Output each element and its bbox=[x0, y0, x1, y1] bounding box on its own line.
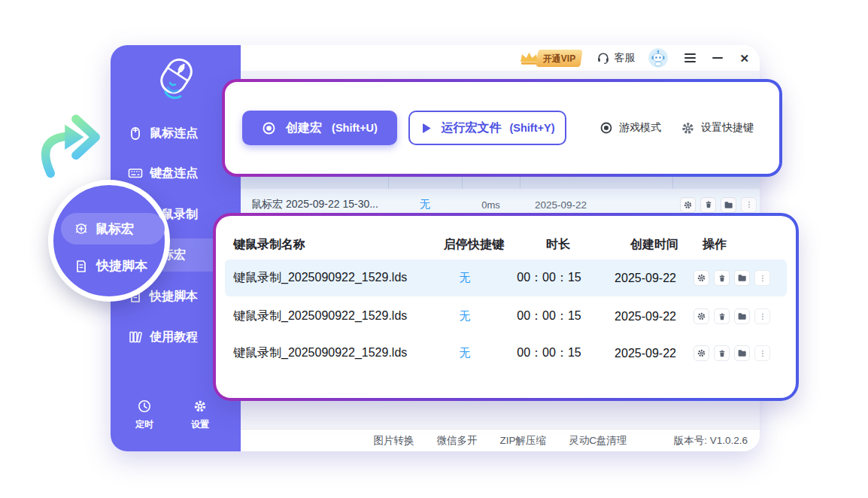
record-dot-icon bbox=[599, 121, 613, 135]
minimize-button[interactable] bbox=[712, 57, 723, 59]
settings-action-button[interactable] bbox=[693, 308, 709, 324]
game-mode-toggle[interactable]: 游戏模式 bbox=[599, 111, 661, 145]
more-action-button[interactable] bbox=[754, 345, 770, 361]
macro-name: 鼠标宏 2025-09-22 15-30... bbox=[251, 198, 378, 211]
create-macro-label: 创建宏 bbox=[286, 120, 322, 136]
sidebar-item-label: 键盘连点 bbox=[150, 165, 198, 181]
table-row[interactable]: 键鼠录制_2025090922_1529.lds 无 00：00：15 2025… bbox=[225, 298, 787, 335]
create-macro-shortcut: (Shift+U) bbox=[332, 122, 378, 134]
clock-icon bbox=[137, 399, 152, 414]
sidebar-settings-label: 设置 bbox=[191, 418, 209, 431]
sidebar-item-label: 快捷脚本 bbox=[150, 289, 198, 305]
callout-arrow-icon bbox=[38, 101, 102, 183]
recording-duration: 00：00：15 bbox=[501, 308, 597, 324]
create-macro-button[interactable]: 创建宏 (Shift+U) bbox=[242, 111, 397, 145]
customer-service-button[interactable]: 客服 bbox=[596, 51, 635, 65]
callout-quick-script-label: 快捷脚本 bbox=[96, 257, 147, 275]
col-duration: 时长 bbox=[510, 237, 606, 253]
mouse-click-icon bbox=[128, 126, 143, 141]
recording-name: 键鼠录制_2025090922_1529.lds bbox=[233, 270, 429, 286]
close-button[interactable]: ✕ bbox=[739, 53, 749, 64]
hamburger-icon bbox=[684, 53, 696, 62]
col-name: 键鼠录制名称 bbox=[233, 237, 438, 253]
settings-action-button[interactable] bbox=[680, 197, 696, 213]
recording-name: 键鼠录制_2025090922_1529.lds bbox=[233, 308, 429, 324]
col-actions: 操作 bbox=[703, 237, 796, 253]
delete-action-button[interactable] bbox=[700, 197, 716, 213]
footer-link-zip[interactable]: ZIP解压缩 bbox=[500, 434, 547, 448]
folder-action-button[interactable] bbox=[734, 270, 750, 286]
magnifier-callout: 鼠标宏 快捷脚本 bbox=[48, 180, 170, 302]
row-actions bbox=[693, 308, 787, 324]
callout-mouse-macro-label: 鼠标宏 bbox=[96, 220, 134, 238]
callout-quick-script-item[interactable]: 快捷脚本 bbox=[74, 257, 147, 275]
footer-link-c-drive-clean[interactable]: 灵动C盘清理 bbox=[569, 434, 627, 448]
headset-icon bbox=[596, 51, 610, 65]
recording-created: 2025-09-22 bbox=[597, 272, 693, 285]
delete-action-button[interactable] bbox=[714, 308, 730, 324]
avatar[interactable] bbox=[648, 48, 668, 68]
robot-avatar-icon bbox=[648, 48, 668, 68]
row-actions bbox=[693, 345, 787, 361]
menu-button[interactable] bbox=[684, 53, 696, 62]
recording-created: 2025-09-22 bbox=[597, 347, 693, 360]
minimize-icon bbox=[712, 57, 723, 59]
recording-list-panel: 键鼠录制名称 启停快捷键 时长 创建时间 操作 键鼠录制_2025090922_… bbox=[213, 213, 799, 401]
gear-icon bbox=[193, 399, 208, 414]
folder-action-button[interactable] bbox=[734, 308, 750, 324]
table-row[interactable]: 键鼠录制_2025090922_1529.lds 无 00：00：15 2025… bbox=[225, 260, 787, 296]
recording-duration: 00：00：15 bbox=[501, 270, 597, 286]
more-action-button[interactable] bbox=[741, 197, 757, 213]
footer: 图片转换 微信多开 ZIP解压缩 灵动C盘清理 版本号: V1.0.2.6 bbox=[241, 429, 760, 451]
footer-link-wechat-multi[interactable]: 微信多开 bbox=[437, 434, 478, 448]
vip-label: 开通VIP bbox=[543, 53, 575, 65]
delete-action-button[interactable] bbox=[714, 270, 730, 286]
stage: 鼠标连点 键盘连点 键鼠录制 bbox=[0, 0, 868, 498]
app-logo-mouse-icon bbox=[153, 53, 199, 110]
titlebar: 开通VIP 客服 bbox=[241, 45, 760, 71]
set-hotkey-button[interactable]: 设置快捷键 bbox=[681, 111, 754, 145]
run-macro-label: 运行宏文件 bbox=[441, 120, 501, 136]
sidebar-item-label: 鼠标连点 bbox=[150, 126, 198, 141]
row-actions bbox=[680, 197, 757, 213]
footer-link-image-convert[interactable]: 图片转换 bbox=[374, 434, 414, 448]
row-actions bbox=[693, 270, 787, 286]
recording-created: 2025-09-22 bbox=[597, 310, 693, 323]
table-row[interactable]: 键鼠录制_2025090922_1529.lds 无 00：00：15 2025… bbox=[225, 335, 787, 372]
game-mode-label: 游戏模式 bbox=[619, 121, 661, 135]
macro-bug-icon bbox=[74, 221, 89, 236]
macro-duration: 0ms bbox=[462, 199, 520, 211]
script-doc-icon bbox=[74, 259, 89, 274]
record-icon bbox=[262, 121, 276, 135]
settings-action-button[interactable] bbox=[693, 270, 709, 286]
folder-action-button[interactable] bbox=[721, 197, 736, 213]
more-action-button[interactable] bbox=[754, 270, 770, 286]
col-hotkey: 启停快捷键 bbox=[438, 237, 510, 253]
recording-table-header: 键鼠录制名称 启停快捷键 时长 创建时间 操作 bbox=[216, 232, 796, 257]
run-macro-shortcut: (Shift+Y) bbox=[509, 122, 554, 134]
vip-badge: 开通VIP bbox=[536, 50, 583, 67]
sidebar-settings-button[interactable]: 设置 bbox=[178, 399, 223, 431]
gear-icon bbox=[681, 121, 695, 135]
recording-hotkey: 无 bbox=[429, 309, 501, 323]
tutorial-book-icon bbox=[128, 329, 143, 345]
play-icon bbox=[420, 122, 432, 135]
delete-action-button[interactable] bbox=[714, 345, 730, 361]
recording-name: 键鼠录制_2025090922_1529.lds bbox=[233, 345, 429, 361]
recording-hotkey: 无 bbox=[429, 346, 501, 360]
run-macro-file-button[interactable]: 运行宏文件 (Shift+Y) bbox=[408, 111, 566, 145]
version-label: 版本号: V1.0.2.6 bbox=[674, 434, 748, 448]
settings-action-button[interactable] bbox=[693, 345, 709, 361]
col-created: 创建时间 bbox=[606, 237, 703, 253]
sidebar-item-label: 使用教程 bbox=[150, 329, 198, 345]
recording-duration: 00：00：15 bbox=[501, 345, 597, 361]
callout-mouse-macro-item[interactable]: 鼠标宏 bbox=[61, 213, 165, 244]
background-table-header bbox=[241, 177, 760, 189]
vip-button[interactable]: 开通VIP bbox=[518, 50, 581, 67]
keyboard-icon bbox=[128, 165, 143, 181]
recording-hotkey: 无 bbox=[429, 271, 501, 285]
set-hotkey-label: 设置快捷键 bbox=[701, 121, 754, 135]
sidebar-timer-button[interactable]: 定时 bbox=[122, 399, 167, 431]
more-action-button[interactable] bbox=[754, 308, 770, 324]
folder-action-button[interactable] bbox=[734, 345, 750, 361]
